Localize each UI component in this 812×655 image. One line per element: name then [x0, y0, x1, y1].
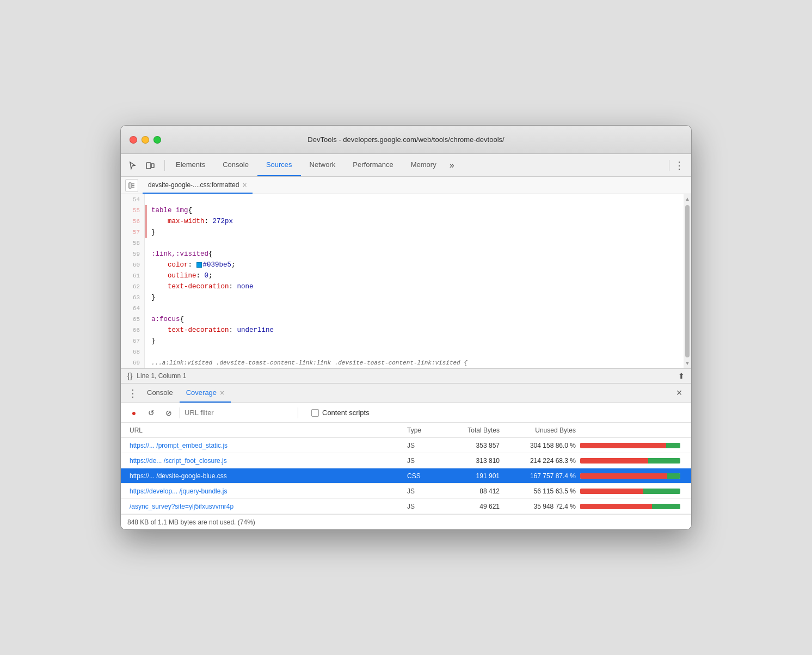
tab-sources[interactable]: Sources: [257, 154, 301, 176]
close-button[interactable]: [130, 136, 137, 144]
bottom-tab-bar: ⋮ Console Coverage × ×: [121, 384, 691, 403]
minimize-button[interactable]: [142, 136, 149, 144]
code-line-56: max-width: 272px: [151, 216, 679, 227]
inspect-icon[interactable]: [125, 158, 140, 173]
tab-performance[interactable]: Performance: [344, 154, 402, 176]
cov-cell-type-3: JS: [407, 487, 440, 495]
svg-rect-1: [151, 164, 154, 168]
col-unused-header[interactable]: Unused Bytes: [500, 427, 576, 434]
traffic-lights: [130, 136, 161, 144]
file-tab-name: devsite-google-....css:formatted: [148, 181, 239, 189]
content-scripts-toggle: Content scripts: [311, 409, 370, 417]
cov-cell-type-4: JS: [407, 503, 440, 510]
tab-memory[interactable]: Memory: [402, 154, 445, 176]
tab-elements[interactable]: Elements: [167, 154, 214, 176]
code-lines: table img { max-width: 272px } :link,:vi…: [147, 194, 684, 368]
tab-console[interactable]: Console: [214, 154, 257, 176]
content-scripts-checkbox[interactable]: [311, 409, 319, 417]
format-icon[interactable]: {}: [127, 372, 132, 380]
cov-cell-bar-2: [576, 473, 685, 479]
file-tab-close-icon[interactable]: ×: [242, 181, 247, 189]
bottom-tab-console[interactable]: Console: [140, 384, 180, 403]
cov-cell-url-1: https://de... /script_foot_closure.js: [127, 457, 407, 465]
cov-cell-total-0: 353 857: [440, 442, 500, 449]
coverage-toolbar-divider: [180, 407, 180, 418]
menu-button[interactable]: ⋮: [672, 158, 687, 173]
cov-cell-total-1: 313 810: [440, 457, 500, 465]
coverage-table-row[interactable]: https://... /devsite-google-blue.css CSS…: [121, 468, 691, 484]
code-line-64: [151, 303, 679, 314]
main-tabs: Elements Console Sources Network Perform…: [167, 154, 667, 176]
coverage-table-row[interactable]: https://de... /script_foot_closure.js JS…: [121, 453, 691, 468]
code-line-68: [151, 347, 679, 357]
code-line-58: [151, 238, 679, 249]
cov-cell-unused-2: 167 757 87.4 %: [500, 472, 576, 480]
devtools-window: DevTools - developers.google.com/web/too…: [120, 125, 692, 530]
code-line-63: }: [151, 292, 679, 303]
code-line-66: text-decoration: underline: [151, 325, 679, 336]
scroll-top-icon[interactable]: ⬆: [678, 372, 685, 380]
coverage-url-filter-input[interactable]: [184, 409, 293, 417]
code-line-69: ...a:link:visited .devsite-toast-content…: [151, 357, 679, 368]
code-line-61: outline: 0;: [151, 270, 679, 281]
coverage-table-header: URL Type Total Bytes Unused Bytes: [121, 423, 691, 438]
code-line-60: color: #039be5;: [151, 259, 679, 270]
cov-cell-total-3: 88 412: [440, 487, 500, 495]
cov-cell-type-0: JS: [407, 442, 440, 449]
cov-cell-bar-0: [576, 443, 685, 448]
col-url-header[interactable]: URL: [127, 427, 407, 434]
bottom-panel-menu[interactable]: ⋮: [125, 386, 140, 401]
col-type-header[interactable]: Type: [407, 427, 440, 434]
title-bar: DevTools - developers.google.com/web/too…: [121, 126, 691, 154]
bottom-tab-coverage[interactable]: Coverage ×: [180, 384, 231, 403]
coverage-table-row[interactable]: https://... /prompt_embed_static.js JS 3…: [121, 438, 691, 453]
cov-cell-type-2: CSS: [407, 472, 440, 480]
code-line-67: }: [151, 336, 679, 347]
bottom-tab-coverage-close[interactable]: ×: [220, 388, 224, 397]
code-line-57: }: [151, 227, 679, 238]
scroll-thumb[interactable]: [685, 205, 690, 357]
coverage-table-row[interactable]: https://develop... /jquery-bundle.js JS …: [121, 484, 691, 499]
cursor-position: Line 1, Column 1: [137, 372, 186, 380]
col-total-header[interactable]: Total Bytes: [440, 427, 500, 434]
bottom-tab-coverage-label: Coverage: [186, 388, 217, 397]
cov-cell-bar-4: [576, 504, 685, 509]
record-icon: ●: [132, 409, 136, 417]
window-title: DevTools - developers.google.com/web/too…: [307, 135, 504, 144]
coverage-summary: 848 KB of 1.1 MB bytes are not used. (74…: [127, 518, 255, 526]
file-tab-css[interactable]: devsite-google-....css:formatted ×: [143, 177, 253, 194]
tab-more-icon[interactable]: »: [445, 154, 459, 176]
cov-cell-bar-3: [576, 489, 685, 494]
file-navigator-toggle[interactable]: [125, 179, 138, 192]
toolbar-divider: [164, 160, 165, 171]
file-tab-bar: devsite-google-....css:formatted ×: [121, 177, 691, 194]
coverage-refresh-button[interactable]: ↺: [145, 406, 158, 419]
scroll-down-arrow[interactable]: ▼: [685, 360, 690, 367]
cov-cell-total-4: 49 621: [440, 503, 500, 510]
coverage-toolbar: ● ↺ ⊘ Content scripts: [121, 403, 691, 423]
maximize-button[interactable]: [153, 136, 161, 144]
top-toolbar: Elements Console Sources Network Perform…: [121, 154, 691, 177]
cov-cell-url-0: https://... /prompt_embed_static.js: [127, 442, 407, 449]
toolbar-menu-divider: [669, 160, 669, 171]
coverage-record-button[interactable]: ●: [127, 406, 140, 419]
coverage-stop-button[interactable]: ⊘: [162, 406, 175, 419]
bottom-tab-console-label: Console: [147, 388, 173, 397]
scroll-up-arrow[interactable]: ▲: [685, 195, 690, 203]
bottom-panel: ⋮ Console Coverage × × ● ↺ ⊘: [121, 384, 691, 529]
code-editor-scrollbar[interactable]: ▲ ▼: [684, 194, 691, 368]
device-toggle-icon[interactable]: [143, 158, 158, 173]
code-editor[interactable]: 54 55 56 57 58 59 60 61 62 63 64 65 66 6…: [121, 194, 691, 368]
cov-cell-url-4: /async_survey?site=ylj5ifxusvvmr4p: [127, 503, 407, 510]
cov-cell-total-2: 191 901: [440, 472, 500, 480]
bottom-panel-close-button[interactable]: ×: [672, 386, 687, 401]
cov-cell-bar-1: [576, 458, 685, 464]
coverage-toolbar-divider2: [298, 407, 298, 418]
svg-rect-0: [146, 163, 151, 169]
coverage-table-row[interactable]: /async_survey?site=ylj5ifxusvvmr4p JS 49…: [121, 499, 691, 514]
cov-cell-unused-1: 214 224 68.3 %: [500, 457, 576, 465]
cov-cell-unused-4: 35 948 72.4 %: [500, 503, 576, 510]
tab-network[interactable]: Network: [301, 154, 345, 176]
code-line-65: a:focus {: [151, 314, 679, 325]
cov-cell-unused-3: 56 115 63.5 %: [500, 487, 576, 495]
